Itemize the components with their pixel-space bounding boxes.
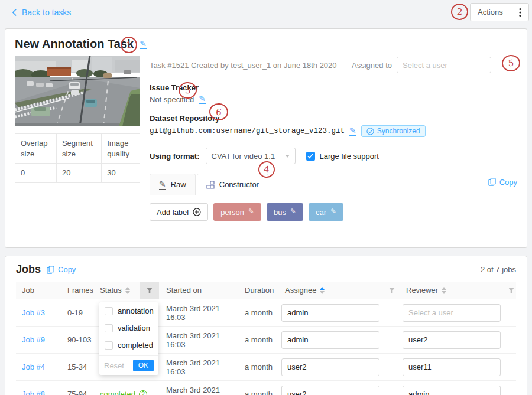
chevron-left-icon xyxy=(12,8,17,17)
question-circle-icon[interactable] xyxy=(139,390,147,395)
task-params-table: Overlap size Segment size Image quality … xyxy=(15,133,140,183)
filter-icon xyxy=(146,287,153,294)
job-reviewer-input[interactable] xyxy=(403,304,501,322)
job-assignee-input[interactable] xyxy=(281,304,379,322)
actions-label: Actions xyxy=(478,8,503,17)
jobs-title: Jobs xyxy=(16,263,41,276)
label-chip-car[interactable]: car ✎ xyxy=(309,203,343,221)
job-row: Job #3 0-19 March 3rd 2021 16:03 a month xyxy=(16,299,516,327)
param-header-quality: Image quality xyxy=(102,134,140,164)
filter-option-completed[interactable]: completed xyxy=(99,337,158,354)
status-filter-button[interactable] xyxy=(140,282,159,299)
column-started-on: Started on xyxy=(159,282,240,299)
copy-labels-label: Copy xyxy=(499,178,517,187)
copy-jobs-link[interactable]: Copy xyxy=(47,265,76,274)
actions-button[interactable]: Actions xyxy=(470,3,529,21)
copy-icon xyxy=(488,178,496,186)
dataset-repository-url: git@github.com:username/git_storage_v123… xyxy=(150,127,345,135)
job-link[interactable]: Job #8 xyxy=(22,390,45,395)
checkbox-unchecked-icon[interactable] xyxy=(105,341,113,350)
reviewer-sorter[interactable] xyxy=(442,287,446,294)
assignee-input[interactable] xyxy=(397,57,491,73)
status-filter-dropdown: annotation validation completed Reset OK xyxy=(99,302,158,375)
raw-tab-label: Raw xyxy=(171,180,186,189)
format-select[interactable]: CVAT for video 1.1 xyxy=(206,148,296,164)
job-link[interactable]: Job #3 xyxy=(22,308,45,317)
filter-footer: Reset OK xyxy=(99,355,158,375)
add-label-label: Add label xyxy=(157,208,189,217)
label-chip-bus[interactable]: bus ✎ xyxy=(267,203,303,221)
job-assignee-input[interactable] xyxy=(281,358,379,376)
task-right-column: Task #1521 Created by test_user_1 on Jun… xyxy=(150,56,517,221)
tab-constructor[interactable]: Constructor xyxy=(197,174,268,195)
job-reviewer-input[interactable] xyxy=(403,358,501,376)
task-body: Overlap size Segment size Image quality … xyxy=(15,56,517,221)
tab-raw[interactable]: ✎ Raw xyxy=(150,174,196,195)
edit-label-car-icon[interactable]: ✎ xyxy=(330,208,336,216)
job-assignee-input[interactable] xyxy=(281,386,379,395)
task-meta-row: Task #1521 Created by test_user_1 on Jun… xyxy=(150,57,517,73)
checkbox-checked-icon xyxy=(306,152,315,161)
edit-label-person-icon[interactable]: ✎ xyxy=(248,208,254,216)
add-label-button[interactable]: Add label xyxy=(150,203,208,221)
assignee-filter-button[interactable] xyxy=(384,282,400,299)
checkbox-unchecked-icon[interactable] xyxy=(105,307,113,315)
column-duration: Duration xyxy=(240,282,279,299)
sync-badge-label: Synchronized xyxy=(377,127,420,135)
reviewer-filter-button[interactable] xyxy=(505,282,517,299)
job-link[interactable]: Job #4 xyxy=(22,363,45,371)
filter-reset-button[interactable]: Reset xyxy=(104,361,124,370)
task-preview-image xyxy=(15,56,140,126)
job-frames: 0-19 xyxy=(63,308,95,317)
copy-labels-link[interactable]: Copy xyxy=(488,178,517,191)
job-started: March 3rd 2021 16:03 xyxy=(159,331,240,349)
large-file-support-label: Large file support xyxy=(320,152,379,161)
edit-issue-tracker-icon[interactable]: ✎ xyxy=(199,94,206,104)
label-chip-person[interactable]: person ✎ xyxy=(213,203,261,221)
issue-tracker-section: Issue Tracker Not specified ✎ xyxy=(150,83,517,104)
assignee-sorter[interactable] xyxy=(320,287,325,294)
labels-tabs: ✎ Raw Constructor Copy xyxy=(150,174,517,195)
format-select-value: CVAT for video 1.1 xyxy=(212,152,275,161)
job-reviewer-input[interactable] xyxy=(403,331,501,349)
job-link[interactable]: Job #9 xyxy=(22,335,45,344)
job-row: Job #8 75-94 completed March 3rd 2021 16… xyxy=(16,381,516,395)
label-car-name: car xyxy=(316,208,326,217)
job-started: March 3rd 2021 16:03 xyxy=(159,386,240,395)
status-sorter[interactable] xyxy=(125,287,130,294)
filter-option-validation[interactable]: validation xyxy=(99,319,158,337)
sync-status-badge: Synchronized xyxy=(361,125,426,137)
param-header-overlap: Overlap size xyxy=(15,134,57,164)
jobs-card: Jobs Copy 2 of 7 jobs Job Frames Status … xyxy=(5,256,527,395)
back-to-tasks-link[interactable]: Back to tasks xyxy=(12,8,71,17)
edit-label-bus-icon[interactable]: ✎ xyxy=(290,208,296,216)
task-title-row: New Annotation Task ✎ xyxy=(15,37,517,51)
job-assignee-input[interactable] xyxy=(281,331,379,349)
job-status: completed xyxy=(95,390,140,395)
job-row: Job #9 90-103 March 3rd 2021 16:03 a mon… xyxy=(16,327,516,354)
jobs-count: 2 of 7 jobs xyxy=(481,265,516,274)
copy-icon xyxy=(47,266,54,274)
filter-ok-button[interactable]: OK xyxy=(133,360,154,371)
chevron-down-icon xyxy=(285,155,290,158)
column-assignee[interactable]: Assignee xyxy=(279,282,384,299)
column-status[interactable]: Status xyxy=(95,282,140,299)
job-frames: 90-103 xyxy=(63,335,95,344)
job-reviewer-input[interactable] xyxy=(403,386,501,395)
filter-option-annotation[interactable]: annotation xyxy=(99,302,158,319)
dataset-repository-section: Dataset Repository git@github.com:userna… xyxy=(150,114,517,137)
filter-icon xyxy=(388,287,395,294)
param-value-quality: 30 xyxy=(102,164,140,183)
param-value-segment: 20 xyxy=(56,164,101,183)
raw-tab-icon: ✎ xyxy=(159,180,166,190)
edit-repository-icon[interactable]: ✎ xyxy=(349,126,356,136)
job-duration: a month xyxy=(240,363,279,371)
format-row: Using format: CVAT for video 1.1 Large f… xyxy=(150,148,517,164)
assigned-to-label: Assigned to xyxy=(352,61,392,70)
column-reviewer[interactable]: Reviewer xyxy=(400,282,505,299)
back-to-tasks-label: Back to tasks xyxy=(22,8,71,17)
job-row: Job #4 15-34 March 3rd 2021 16:03 a mont… xyxy=(16,354,516,381)
large-file-support-checkbox[interactable]: Large file support xyxy=(306,152,379,161)
edit-title-icon[interactable]: ✎ xyxy=(140,40,147,49)
checkbox-unchecked-icon[interactable] xyxy=(105,324,113,332)
